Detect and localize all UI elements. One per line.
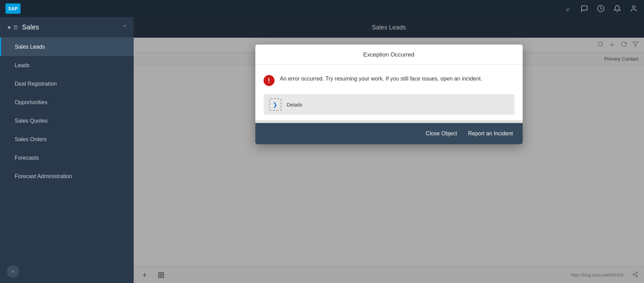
sidebar-title-text: Sales bbox=[22, 23, 39, 31]
chat-icon[interactable] bbox=[580, 4, 589, 13]
sidebar-collapse-button[interactable]: ‹‹ bbox=[7, 265, 19, 278]
sidebar-item-sales-leads[interactable]: Sales Leads bbox=[0, 38, 134, 56]
search-icon[interactable]: ⌕ bbox=[563, 4, 573, 13]
sap-logo-text: SAP bbox=[8, 6, 18, 11]
details-row[interactable]: ❯ Details bbox=[264, 94, 514, 115]
sidebar-item-forecast-administration[interactable]: Forecast Administration bbox=[0, 167, 134, 186]
sap-logo: SAP bbox=[5, 3, 21, 14]
details-section: ❯ Details bbox=[264, 94, 514, 115]
bell-icon[interactable] bbox=[612, 4, 622, 13]
dialog-error-row: ! An error occurred. Try resuming your w… bbox=[264, 74, 514, 86]
svg-point-1 bbox=[632, 6, 635, 8]
details-label: Details bbox=[287, 102, 303, 108]
sidebar-icon-group: ★ ☰ bbox=[7, 24, 18, 30]
sap-logo-box: SAP bbox=[5, 3, 21, 14]
sidebar-bottom: ‹‹ bbox=[0, 260, 134, 283]
top-header: SAP ⌕ bbox=[0, 0, 644, 17]
sidebar: ★ ☰ Sales ⌃ Sales Leads Leads Deal Regis… bbox=[0, 17, 134, 283]
sidebar-item-deal-registration[interactable]: Deal Registration bbox=[0, 75, 134, 93]
close-object-button[interactable]: Close Object bbox=[424, 128, 459, 139]
sidebar-collapse-icon[interactable]: ⌃ bbox=[122, 24, 127, 30]
exception-dialog: Exception Occurred ! An error occurred. … bbox=[255, 45, 523, 144]
clock-icon[interactable] bbox=[596, 4, 606, 13]
sidebar-header: ★ ☰ Sales ⌃ bbox=[0, 17, 134, 38]
sidebar-item-sales-orders[interactable]: Sales Orders bbox=[0, 130, 134, 149]
sidebar-item-leads[interactable]: Leads bbox=[0, 56, 134, 75]
sidebar-item-opportunities[interactable]: Opportunities bbox=[0, 93, 134, 112]
dialog-header: Exception Occurred bbox=[255, 45, 523, 65]
content-area: Sales Leads bbox=[134, 17, 644, 283]
header-icons: ⌕ bbox=[563, 4, 639, 13]
dialog-separator bbox=[255, 120, 523, 123]
error-icon: ! bbox=[264, 75, 275, 86]
main-area: ★ ☰ Sales ⌃ Sales Leads Leads Deal Regis… bbox=[0, 17, 644, 283]
dialog-footer: Close Object Report an Incident bbox=[255, 123, 523, 144]
report-incident-button[interactable]: Report an Incident bbox=[467, 128, 514, 139]
sidebar-section-title: ★ ☰ Sales bbox=[7, 23, 39, 31]
modal-overlay: Exception Occurred ! An error occurred. … bbox=[134, 17, 644, 283]
sidebar-item-forecasts[interactable]: Forecasts bbox=[0, 149, 134, 167]
user-icon[interactable] bbox=[629, 4, 639, 13]
details-expand-button[interactable]: ❯ bbox=[269, 98, 281, 111]
dialog-title: Exception Occurred bbox=[363, 51, 414, 58]
error-message: An error occurred. Try resuming your wor… bbox=[280, 74, 482, 83]
sidebar-item-sales-quotes[interactable]: Sales Quotes bbox=[0, 112, 134, 130]
dialog-body: ! An error occurred. Try resuming your w… bbox=[255, 65, 523, 120]
